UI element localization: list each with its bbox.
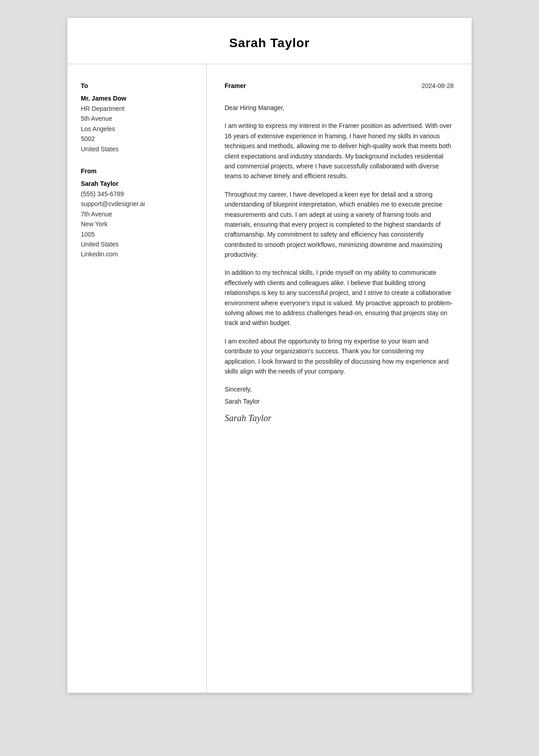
closing: Sincerely, <box>225 384 454 394</box>
recipient-department: HR Department <box>81 104 193 114</box>
salutation: Dear Hiring Manager, <box>225 103 454 113</box>
sender-street: 7th Avenue <box>81 209 193 219</box>
letter-body: Dear Hiring Manager, I am writing to exp… <box>225 103 454 425</box>
letter-header: Framer 2024-08-28 <box>225 82 454 89</box>
to-label: To <box>81 82 193 89</box>
cover-letter-page: Sarah Taylor To Mr. James Dow HR Departm… <box>67 18 472 693</box>
sender-email: support@cvdesigner.ai <box>81 199 193 209</box>
company-name: Framer <box>225 82 246 89</box>
page-title: Sarah Taylor <box>76 36 463 50</box>
recipient-zip: 5002 <box>81 134 193 144</box>
left-column: To Mr. James Dow HR Department 5th Avenu… <box>67 64 207 693</box>
paragraph-3: In addition to my technical skills, I pr… <box>225 268 454 328</box>
recipient-country: United States <box>81 144 193 154</box>
paragraph-1: I am writing to express my interest in t… <box>225 121 454 181</box>
paragraph-2: Throughout my career, I have developed a… <box>225 189 454 260</box>
right-column: Framer 2024-08-28 Dear Hiring Manager, I… <box>207 64 472 693</box>
letter-date: 2024-08-28 <box>421 82 454 89</box>
paragraph-4: I am excited about the opportunity to br… <box>225 336 454 377</box>
recipient-street: 5th Avenue <box>81 114 193 123</box>
page-header: Sarah Taylor <box>67 18 472 64</box>
sender-phone: (555) 345-6789 <box>81 189 193 199</box>
sender-zip: 1005 <box>81 229 193 239</box>
from-label: From <box>81 167 193 175</box>
sender-country: United States <box>81 239 193 249</box>
sender-website: Linkedin.com <box>81 249 193 259</box>
recipient-city: Los Angeles <box>81 124 193 134</box>
from-section: From Sarah Taylor (555) 345-6789 support… <box>81 167 193 259</box>
signature: Sarah Taylor <box>225 411 454 425</box>
content-area: To Mr. James Dow HR Department 5th Avenu… <box>67 64 472 693</box>
sender-city: New York <box>81 219 193 229</box>
sender-name: Sarah Taylor <box>81 180 193 187</box>
recipient-name: Mr. James Dow <box>81 95 193 102</box>
closing-name: Sarah Taylor <box>225 396 454 406</box>
to-section: To Mr. James Dow HR Department 5th Avenu… <box>81 82 193 154</box>
